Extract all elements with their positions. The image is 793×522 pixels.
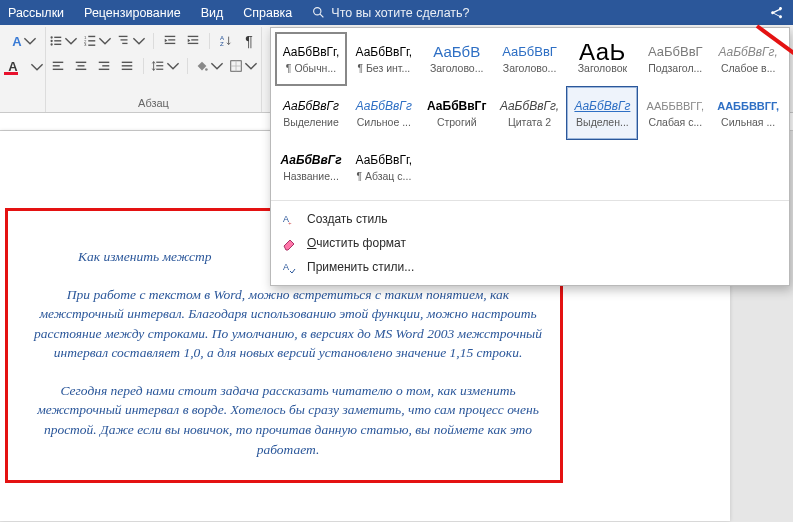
style-sample-text: АаБбВвГг — [351, 98, 417, 114]
style-gallery-item[interactable]: АаБбВвГгВыделение — [275, 86, 347, 140]
numbering-button[interactable]: 123 — [81, 30, 114, 52]
style-sample-text: АаБбВвГг, — [279, 44, 343, 60]
clear-formatting-menuitem[interactable]: Очистить формат — [271, 231, 789, 255]
increase-indent-button[interactable] — [182, 30, 204, 52]
svg-rect-20 — [188, 36, 199, 37]
style-sample-text: АаБбВвГг, — [351, 152, 417, 168]
font-color-button[interactable]: A — [2, 56, 24, 76]
svg-text:Z: Z — [220, 40, 224, 47]
style-sample-text: АаБбВвГг — [278, 98, 344, 114]
shading-button[interactable] — [193, 55, 226, 77]
style-sample-text: АаБбВвГг, — [715, 44, 781, 60]
paragraph-group-label: Абзац — [138, 97, 169, 112]
style-name-label: ¶ Абзац с... — [351, 170, 417, 182]
style-sample-text: АаБбВвГ — [642, 44, 708, 60]
svg-point-40 — [205, 68, 208, 71]
sort-button[interactable]: AZ — [215, 30, 237, 52]
styles-gallery-popup: АаБбВвГг,¶ Обычн...АаБбВвГг,¶ Без инт...… — [270, 27, 790, 286]
svg-point-2 — [50, 36, 52, 38]
menu-mailings[interactable]: Рассылки — [8, 6, 64, 20]
bullets-button[interactable] — [47, 30, 80, 52]
show-marks-button[interactable]: ¶ — [238, 30, 260, 52]
create-style-menuitem[interactable]: A₊ Создать стиль — [271, 207, 789, 231]
style-name-label: ¶ Без инт... — [351, 62, 417, 74]
svg-rect-35 — [122, 65, 133, 66]
svg-line-1 — [320, 14, 323, 17]
style-gallery-item[interactable]: АаБбВвГг,¶ Абзац с... — [348, 140, 420, 194]
font-color-dropdown[interactable] — [25, 56, 47, 78]
svg-text:A: A — [283, 262, 289, 272]
style-sample-text: АаБбВвГг, — [351, 44, 417, 60]
style-name-label: Заголово... — [424, 62, 490, 74]
svg-rect-17 — [165, 36, 176, 37]
svg-rect-37 — [156, 62, 163, 63]
style-sample-text: АаЬ — [569, 44, 635, 60]
style-sample-text: АаБбВ — [424, 44, 490, 60]
doc-para-1: При работе с текстом в Word, можно встре… — [28, 285, 548, 363]
justify-button[interactable] — [116, 55, 138, 77]
menu-view[interactable]: Вид — [201, 6, 224, 20]
style-gallery-item[interactable]: АаБбВвГг,¶ Без инт... — [348, 32, 420, 86]
text-effects-button[interactable]: A — [10, 30, 38, 52]
svg-rect-22 — [188, 43, 199, 44]
menu-help[interactable]: Справка — [243, 6, 292, 20]
svg-rect-5 — [54, 40, 61, 41]
style-gallery-item[interactable]: ААББВВГГ,Сильная ... — [712, 86, 784, 140]
tell-me-search[interactable]: Что вы хотите сделать? — [312, 6, 469, 20]
style-sample-text: ААББВВГГ, — [642, 98, 708, 114]
svg-rect-11 — [88, 40, 95, 41]
style-gallery-item[interactable]: АаБбВвГгВыделен... — [566, 86, 638, 140]
multilevel-list-button[interactable] — [115, 30, 148, 52]
style-gallery-item[interactable]: АаБбВвГг,Цитата 2 — [494, 86, 566, 140]
svg-rect-27 — [53, 69, 64, 70]
style-name-label: Слабое в... — [715, 62, 781, 74]
share-icon[interactable] — [767, 4, 785, 22]
svg-rect-38 — [156, 65, 163, 66]
svg-rect-30 — [76, 69, 87, 70]
style-gallery-item[interactable]: АаБбВвГЗаголово... — [494, 32, 566, 86]
style-gallery-item[interactable]: АаБбВвГПодзагол... — [639, 32, 711, 86]
svg-rect-32 — [102, 65, 109, 66]
style-name-label: Выделен... — [569, 116, 635, 128]
style-gallery-item[interactable]: АаБбВвГгСильное ... — [348, 86, 420, 140]
style-sample-text: АаБбВвГ — [497, 44, 563, 60]
styles-grid: АаБбВвГг,¶ Обычн...АаБбВвГг,¶ Без инт...… — [271, 28, 789, 198]
style-gallery-item[interactable]: АаЬЗаголовок — [566, 32, 638, 86]
style-sample-text: АаБбВвГг — [424, 98, 490, 114]
ribbon-group-paragraph: 123 AZ ¶ Абзац — [46, 27, 262, 112]
ribbon-group-font-tail: A A — [4, 27, 46, 112]
style-name-label: Заголовок — [569, 62, 635, 74]
svg-rect-26 — [53, 65, 60, 66]
style-name-label: Заголово... — [497, 62, 563, 74]
svg-rect-13 — [88, 45, 95, 46]
svg-rect-21 — [191, 39, 198, 40]
style-name-label: Строгий — [424, 116, 490, 128]
svg-rect-18 — [168, 39, 175, 40]
style-gallery-item[interactable]: ААББВВГГ,Слабая с... — [639, 86, 711, 140]
svg-rect-29 — [78, 65, 85, 66]
align-center-button[interactable] — [70, 55, 92, 77]
svg-rect-16 — [122, 43, 127, 44]
align-left-button[interactable] — [47, 55, 69, 77]
apply-styles-icon: A — [281, 259, 297, 275]
style-name-label: ¶ Обычн... — [279, 62, 343, 74]
style-gallery-item[interactable]: АаБбВвГг,¶ Обычн... — [275, 32, 347, 86]
svg-rect-7 — [54, 44, 61, 45]
svg-rect-9 — [88, 36, 95, 37]
apply-styles-menuitem[interactable]: A Применить стили... — [271, 255, 789, 279]
decrease-indent-button[interactable] — [159, 30, 181, 52]
style-name-label: Слабая с... — [642, 116, 708, 128]
style-gallery-item[interactable]: АаБбВвГг,Слабое в... — [712, 32, 784, 86]
svg-rect-33 — [99, 69, 110, 70]
doc-para-2: Сегодня перед нами стоит задача рассказа… — [28, 381, 548, 459]
style-gallery-item[interactable]: АаБбВвГгСтрогий — [421, 86, 493, 140]
style-sample-text: АаБбВвГг, — [497, 98, 563, 114]
svg-rect-31 — [99, 62, 110, 63]
align-right-button[interactable] — [93, 55, 115, 77]
svg-point-0 — [314, 8, 321, 15]
borders-button[interactable] — [227, 55, 260, 77]
style-gallery-item[interactable]: АаБбВЗаголово... — [421, 32, 493, 86]
style-gallery-item[interactable]: АаБбВвГгНазвание... — [275, 140, 347, 194]
menu-review[interactable]: Рецензирование — [84, 6, 181, 20]
line-spacing-button[interactable] — [149, 55, 182, 77]
